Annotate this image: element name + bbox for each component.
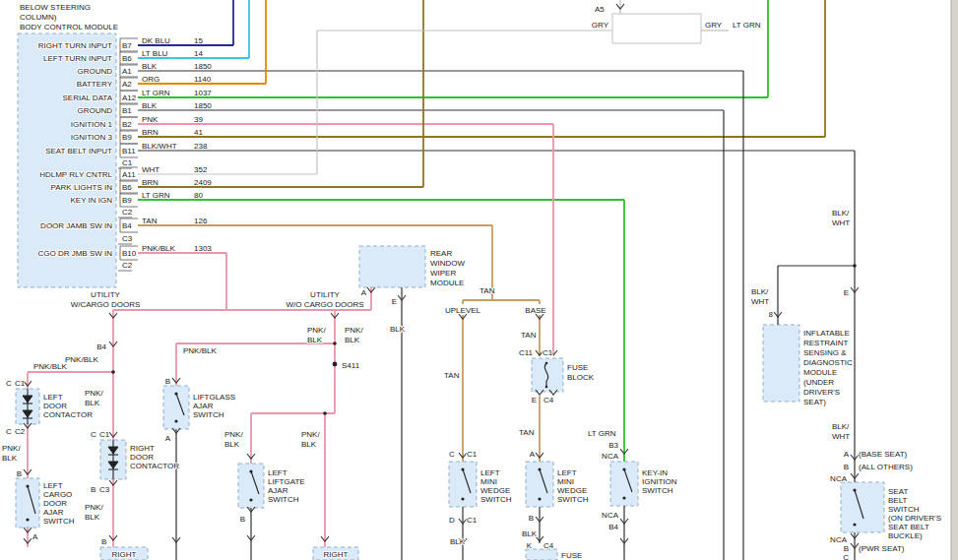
bcm-pin-id: B6 — [122, 54, 132, 63]
branch-label: W/CARGO DOORS — [71, 300, 141, 309]
pin-id: C — [6, 379, 12, 388]
pin-note: (BASE SEAT) — [859, 450, 908, 459]
wire-color-label: PNK/BLK — [65, 355, 98, 364]
component-name: SWITCH — [193, 410, 224, 419]
pin-id: K — [527, 541, 533, 550]
component-name: MINI — [557, 477, 574, 486]
wire-color-label: PNK/ — [301, 430, 320, 439]
component-name: WIPER — [430, 269, 456, 278]
pin-id: NCA — [602, 452, 619, 461]
component-name: FUSE — [567, 363, 588, 372]
circuit-number: 1037 — [194, 89, 212, 97]
wire-color-label: LT GRN — [588, 429, 616, 438]
wire-color-label: GRY — [592, 21, 609, 30]
wire-color-label: BLK — [345, 336, 360, 344]
wire-color-label: BLK — [85, 513, 100, 522]
branch-label: UTILITY — [310, 290, 340, 299]
pin-id: B — [529, 514, 534, 523]
bcm-pin-function: SERIAL DATA — [62, 93, 112, 102]
component-name: LEFT — [480, 468, 500, 477]
bcm-pin-id: A2 — [122, 80, 132, 89]
wire-color-label: PNK/BLK — [142, 244, 175, 253]
pin-id: C1 — [99, 430, 110, 439]
pin-id: A — [530, 450, 536, 459]
bcm-pin-id: B4 — [122, 221, 132, 230]
component-name: LEFT — [43, 393, 63, 402]
component-name: MODULE — [803, 368, 837, 377]
component-name: SWITCH — [557, 495, 589, 504]
a5-connector-box — [612, 14, 701, 43]
bcm-pin-id: B6 — [122, 183, 132, 192]
bcm-pin-function: BATTERY — [77, 80, 113, 89]
wire-color-label: PNK/ — [307, 326, 326, 335]
pin-id: E — [392, 297, 397, 306]
wire-color-label: PNK/ — [2, 444, 21, 453]
pin-id: B — [91, 485, 96, 494]
bcm-pin-function: IGNITION 3 — [71, 133, 113, 142]
wiring-diagram-page: BELOW STEERING COLUMN) BODY CONTROL MODU… — [0, 0, 958, 560]
component-name: MODULE — [430, 279, 464, 287]
wire-color-label: BRN — [142, 178, 159, 187]
bcm-pin-function: HDLMP RLY CNTRL — [39, 170, 112, 179]
pin-id: B — [844, 463, 849, 471]
pin-id: C4 — [543, 396, 554, 404]
wire-color-label: BLK — [522, 529, 538, 538]
sdm-box — [763, 325, 799, 402]
wire-color-label: PNK/BLK — [183, 346, 217, 355]
wire-color-label: WHT — [832, 218, 850, 227]
bcm-pin-id: B1 — [122, 106, 132, 115]
splice-label: S411 — [342, 361, 360, 370]
component-name: AJAR — [193, 402, 214, 410]
inline-pin-id: B4 — [96, 342, 106, 351]
component-name: LEFT — [43, 481, 63, 490]
pin-note: (ALL OTHERS) — [859, 463, 913, 471]
bcm-pin-id: B11 — [122, 147, 136, 156]
wire-color-label: BLK — [301, 440, 317, 449]
component-name: RESTRAINT — [803, 339, 848, 347]
circuit-number: 80 — [194, 191, 203, 200]
bcm-pin-function: RIGHT TURN INPUT — [38, 41, 112, 50]
wire-color-label: LT BLU — [142, 49, 168, 58]
component-name: AJAR — [43, 508, 64, 517]
pin-id: B — [101, 537, 106, 546]
pin-id: NCA — [602, 511, 619, 520]
pin-id: C2 — [15, 427, 26, 436]
pin-id: A — [844, 450, 850, 459]
inline-connector-id: E — [844, 288, 849, 297]
connector-marker: C2 — [122, 208, 133, 217]
pin-id: B3 — [608, 441, 618, 450]
bcm-pin-function: KEY IN IGN — [70, 196, 112, 205]
connector-marker: C3 — [122, 234, 133, 243]
pin-id: C3 — [99, 485, 110, 494]
pin-id: C1 — [467, 450, 478, 459]
bcm-pin-function: PARK LIGHTS IN — [50, 183, 112, 192]
bcm-pin-function: SEAT BELT INPUT — [45, 147, 112, 156]
wire-color-label: BLK — [142, 62, 158, 71]
fuse-partial-box — [526, 549, 557, 560]
connector-marker: C2 — [122, 261, 133, 270]
bcm-pin-id: A1 — [122, 67, 132, 76]
component-name: KEY-IN — [642, 468, 668, 477]
bcm-pin-function: DOOR JAMB SW IN — [40, 221, 112, 230]
component-name: SWITCH — [642, 486, 673, 495]
pin-id: C1 — [543, 348, 553, 357]
circuit-number: 41 — [194, 128, 203, 137]
wire-color-label: DK BLU — [142, 36, 170, 45]
bcm-pin-function: GROUND — [77, 67, 112, 76]
component-name: DOOR — [43, 402, 67, 410]
component-name: RIGHT — [324, 550, 349, 559]
circuit-number: 238 — [194, 142, 208, 151]
branch-label: W/O CARGO DOORS — [286, 300, 363, 309]
branch-label: BASE — [525, 306, 545, 315]
pin-id: C1 — [467, 516, 478, 525]
pin-id: C1 — [15, 379, 26, 388]
component-name: LEFT — [268, 468, 287, 477]
component-name: DOOR — [130, 453, 154, 462]
wire-color-label: ORG — [142, 75, 160, 84]
wire-color-label: BLK — [390, 325, 406, 334]
pin-id: C — [843, 553, 849, 560]
bcm-pin-id: B9 — [122, 196, 132, 205]
pin-id: A — [32, 532, 38, 541]
wire-color-label: BLK — [450, 537, 466, 546]
component-name: DRIVER'S — [803, 388, 840, 397]
